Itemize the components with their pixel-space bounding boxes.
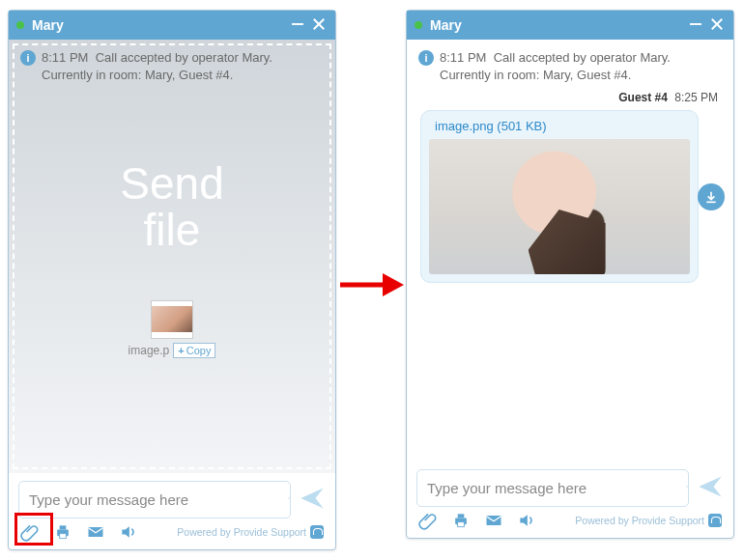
powered-by[interactable]: Powered by Provide Support (575, 514, 722, 527)
attachment-filename[interactable]: image.png (501 KB) (429, 117, 690, 139)
presence-dot (415, 21, 422, 29)
composer-toolbar: Powered by Provide Support (18, 518, 326, 544)
plus-icon: + (178, 345, 184, 356)
attachment-preview[interactable] (429, 139, 690, 274)
message-area: i 8:11 PM Call accepted by operator Mary… (407, 40, 733, 462)
chat-window-sent-state: Mary i 8:11 PM Call accepted by operator… (406, 10, 734, 539)
message-meta: Guest #4 8:25 PM (407, 83, 733, 108)
attachment-bubble: image.png (501 KB) (420, 110, 699, 283)
attach-highlight (14, 513, 53, 546)
chat-title: Mary (430, 17, 462, 33)
system-line2: Currently in room: Mary, Guest #4. (42, 68, 233, 82)
sound-icon[interactable] (119, 522, 138, 542)
chat-title: Mary (32, 17, 64, 33)
system-line1: Call accepted by operator Mary. (494, 50, 671, 65)
message-sender: Guest #4 (618, 91, 668, 104)
copy-label: Copy (186, 345, 212, 356)
send-file-label: Sendfile (9, 160, 335, 254)
lock-icon (310, 525, 324, 539)
drop-zone[interactable]: i 8:11 PM Call accepted by operator Mary… (9, 40, 335, 473)
svg-rect-6 (89, 527, 103, 537)
mail-icon[interactable] (484, 511, 503, 530)
system-time: 8:11 PM (440, 50, 486, 65)
attach-icon[interactable] (418, 511, 438, 530)
powered-by[interactable]: Powered by Provide Support (177, 525, 324, 539)
drop-preview-thumb (151, 300, 193, 339)
composer: Powered by Provide Support (407, 462, 733, 538)
svg-rect-13 (458, 514, 465, 518)
composer-toolbar: Powered by Provide Support (416, 507, 724, 532)
message-input[interactable] (18, 481, 291, 518)
system-time: 8:11 PM (42, 50, 88, 65)
lock-icon (708, 514, 722, 527)
info-icon: i (418, 50, 434, 66)
system-message: i 8:11 PM Call accepted by operator Mary… (9, 40, 335, 83)
drop-filename: image.p (129, 344, 170, 357)
info-icon: i (20, 50, 36, 66)
copy-button[interactable]: + Copy (173, 343, 215, 358)
print-icon[interactable] (53, 522, 72, 542)
message-time: 8:25 PM (674, 91, 718, 104)
svg-rect-4 (60, 525, 67, 529)
composer: Powered by Provide Support (9, 473, 335, 549)
system-line1: Call accepted by operator Mary. (96, 50, 272, 65)
download-button[interactable] (698, 183, 725, 210)
svg-rect-5 (60, 534, 67, 539)
titlebar: Mary (407, 11, 733, 40)
minimize-button[interactable] (287, 14, 308, 38)
presence-dot (16, 21, 24, 29)
mail-icon[interactable] (86, 522, 105, 542)
minimize-button[interactable] (685, 14, 706, 38)
arrow-icon (340, 270, 404, 299)
titlebar: Mary (9, 11, 335, 40)
send-button[interactable] (299, 485, 326, 516)
drop-filename-row: image.p + Copy (9, 343, 335, 358)
svg-rect-15 (487, 516, 501, 525)
message-input[interactable] (416, 469, 689, 507)
send-button[interactable] (697, 473, 724, 504)
close-button[interactable] (308, 14, 329, 38)
svg-rect-14 (458, 522, 465, 527)
sound-icon[interactable] (517, 511, 536, 530)
system-line2: Currently in room: Mary, Guest #4. (440, 68, 631, 82)
svg-marker-8 (383, 273, 404, 296)
close-button[interactable] (706, 14, 728, 38)
drop-dashed-border (13, 43, 331, 469)
print-icon[interactable] (451, 511, 471, 530)
chat-window-drop-state: Mary i 8:11 PM Call accepted by operator… (8, 10, 336, 550)
system-message: i 8:11 PM Call accepted by operator Mary… (407, 40, 733, 83)
